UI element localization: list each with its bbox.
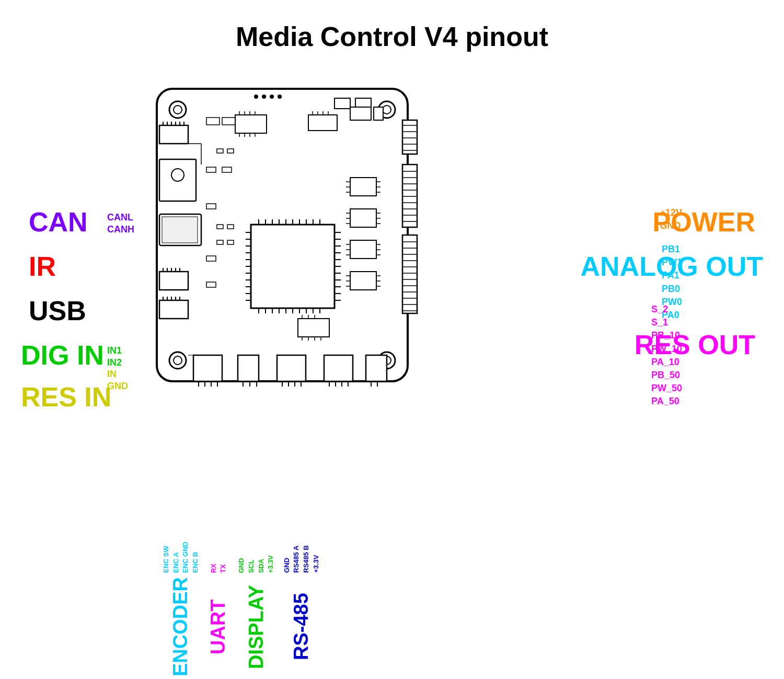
svg-point-11 bbox=[270, 95, 274, 99]
svg-rect-154 bbox=[308, 115, 337, 131]
svg-point-54 bbox=[171, 169, 184, 181]
svg-rect-143 bbox=[206, 256, 216, 261]
label-digin: DIG IN bbox=[21, 340, 104, 371]
svg-rect-30 bbox=[402, 165, 417, 227]
small-label-in12: IN1 IN2 bbox=[107, 345, 122, 369]
svg-rect-57 bbox=[159, 272, 188, 290]
svg-rect-144 bbox=[206, 282, 216, 287]
svg-rect-190 bbox=[217, 240, 223, 244]
svg-rect-187 bbox=[227, 149, 234, 153]
label-resin: RES IN bbox=[21, 381, 111, 413]
svg-rect-186 bbox=[217, 149, 223, 153]
page-title: Media Control V4 pinout bbox=[0, 0, 784, 52]
small-label-res-pins: S_2 S_1 PB_10 PW_10 PA_10 PB_50 PW_50 PA… bbox=[651, 303, 682, 408]
svg-rect-160 bbox=[374, 107, 383, 120]
svg-point-12 bbox=[278, 95, 282, 99]
svg-point-2 bbox=[174, 106, 182, 114]
svg-rect-192 bbox=[298, 319, 329, 337]
small-label-in-gnd: IN GND bbox=[107, 368, 128, 393]
rs485-label: RS-485 bbox=[290, 580, 313, 674]
svg-point-9 bbox=[254, 95, 258, 99]
svg-point-4 bbox=[383, 106, 391, 114]
svg-rect-126 bbox=[350, 240, 376, 259]
svg-rect-161 bbox=[193, 355, 222, 381]
svg-rect-166 bbox=[238, 355, 259, 381]
pcb-board bbox=[125, 73, 439, 428]
display-label: DISPLAY bbox=[245, 580, 268, 674]
svg-rect-141 bbox=[222, 167, 232, 172]
svg-rect-15 bbox=[159, 125, 188, 144]
svg-rect-13 bbox=[335, 98, 350, 109]
svg-rect-22 bbox=[206, 118, 220, 125]
label-usb: USB bbox=[29, 295, 86, 326]
label-ir: IR bbox=[29, 251, 56, 282]
svg-rect-180 bbox=[366, 355, 387, 381]
svg-rect-159 bbox=[350, 107, 371, 120]
svg-point-6 bbox=[174, 356, 182, 365]
label-can: CAN bbox=[29, 206, 88, 238]
svg-rect-63 bbox=[159, 300, 188, 319]
svg-rect-175 bbox=[324, 355, 353, 381]
svg-rect-133 bbox=[350, 272, 376, 290]
svg-rect-142 bbox=[206, 204, 216, 209]
encoder-label: ENCODER bbox=[169, 580, 192, 674]
small-label-right-power: +12V GND bbox=[660, 206, 682, 232]
svg-rect-191 bbox=[227, 240, 234, 244]
svg-rect-189 bbox=[227, 225, 234, 229]
uart-section: RX TX UART bbox=[207, 564, 229, 674]
svg-rect-69 bbox=[251, 225, 335, 308]
svg-rect-145 bbox=[235, 115, 267, 133]
svg-rect-140 bbox=[206, 167, 216, 172]
svg-point-10 bbox=[262, 95, 266, 99]
rs485-section: GND RS485 A RS485 B +3.3V RS-485 bbox=[283, 545, 320, 674]
bottom-labels-area: ENC SW ENC A ENC GND ENC B ENCODER RX TX… bbox=[162, 542, 320, 674]
svg-rect-119 bbox=[350, 209, 376, 227]
svg-rect-170 bbox=[277, 355, 306, 381]
svg-rect-40 bbox=[402, 235, 417, 313]
uart-label: UART bbox=[207, 580, 229, 674]
svg-rect-112 bbox=[350, 178, 376, 196]
diagram-container: CAN IR USB DIG IN RES IN CANL CANH IN1 I… bbox=[0, 68, 784, 679]
svg-rect-188 bbox=[217, 225, 223, 229]
display-section: GND SCL SDA +3.3V DISPLAY bbox=[237, 555, 274, 674]
encoder-section: ENC SW ENC A ENC GND ENC B ENCODER bbox=[162, 542, 199, 674]
svg-rect-23 bbox=[222, 118, 235, 125]
svg-rect-56 bbox=[162, 217, 198, 243]
